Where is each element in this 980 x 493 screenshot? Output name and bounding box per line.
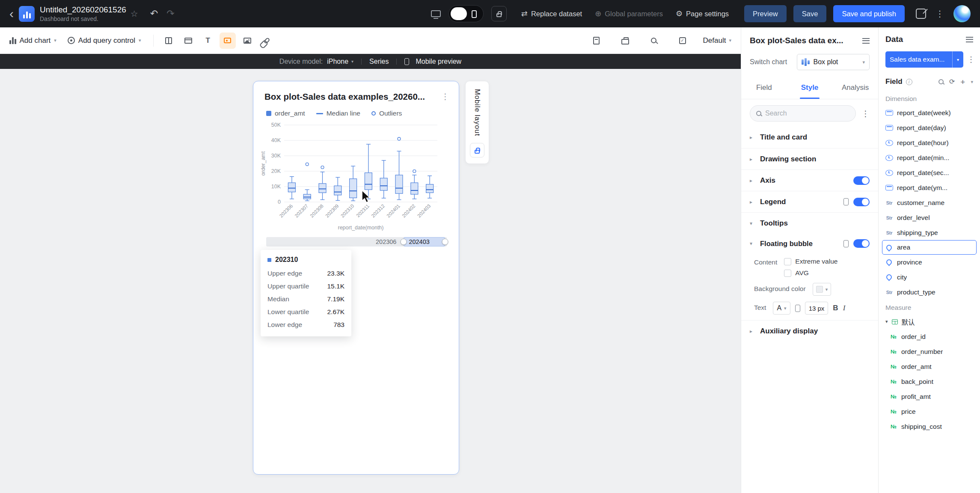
user-avatar[interactable] — [953, 5, 971, 22]
measure-field-item[interactable]: shipping_cost — [879, 419, 980, 434]
dimension-field-item[interactable]: report_date(hour) — [879, 135, 980, 150]
section-axis[interactable]: ▸ Axis — [741, 169, 878, 191]
insert-columns-button[interactable] — [160, 33, 177, 49]
add-query-control-button[interactable]: Add query control ▾ — [68, 36, 141, 45]
measure-field-item[interactable]: order_id — [879, 329, 980, 344]
search-more-icon[interactable]: ⋮ — [861, 109, 870, 119]
chart-card-menu-icon[interactable]: ⋮ — [441, 92, 449, 101]
theme-default-dropdown[interactable]: Default ▾ — [703, 36, 731, 45]
measure-field-item[interactable]: order_number — [879, 344, 980, 359]
dimension-field-item[interactable]: report_date(day) — [879, 120, 980, 135]
section-title-and-card[interactable]: ▸ Title and card — [741, 127, 878, 148]
slider-handle-right[interactable] — [442, 239, 448, 245]
section-drawing[interactable]: ▸ Drawing section — [741, 148, 878, 169]
dimension-field-item[interactable]: product_type — [879, 285, 980, 300]
legend-item[interactable]: Outliers — [371, 110, 402, 117]
dimension-field-item[interactable]: shipping_type — [879, 225, 980, 240]
search-icon[interactable] — [938, 79, 944, 84]
style-search-input[interactable] — [765, 110, 849, 117]
page-settings-button[interactable]: ⚙ Page settings — [676, 9, 729, 18]
favorite-star-icon[interactable]: ☆ — [131, 9, 138, 19]
dimension-field-item[interactable]: order_level — [879, 210, 980, 225]
tooltip-rows: Upper edge 23.3K Upper quartile 15.1K Me… — [267, 267, 344, 331]
legend-item[interactable]: Median line — [316, 110, 360, 117]
panel-menu-icon[interactable] — [966, 37, 973, 42]
insert-media-button[interactable] — [220, 33, 236, 49]
notes-button[interactable] — [588, 33, 605, 49]
explore-button[interactable] — [646, 33, 662, 49]
avg-checkbox[interactable]: AVG — [784, 269, 837, 277]
mobile-layout-tab[interactable]: Mobile layout — [465, 81, 489, 164]
floating-bubble-row[interactable]: ▾ Floating bubble — [741, 234, 878, 253]
chart-type-dropdown[interactable]: Box plot ▾ — [797, 54, 870, 70]
mobile-preview-button[interactable]: Mobile preview — [404, 58, 461, 65]
measure-field-item[interactable]: back_point — [879, 374, 980, 389]
style-search-box[interactable] — [750, 105, 856, 122]
device-series-dropdown[interactable]: Series — [369, 58, 389, 65]
preview-button[interactable]: Preview — [744, 5, 787, 22]
background-color-dropdown[interactable]: ▾ — [813, 283, 832, 296]
add-field-icon[interactable]: + — [960, 78, 965, 86]
redo-icon[interactable]: ↷ — [166, 8, 174, 19]
dataset-more-icon[interactable]: ⋮ — [967, 55, 975, 64]
add-chart-button[interactable]: Add chart ▾ — [9, 36, 56, 45]
insert-text-button[interactable]: T — [200, 33, 216, 49]
font-color-dropdown[interactable]: A ▾ — [773, 302, 790, 315]
data-zoom-slider[interactable]: 202306 202403 — [266, 237, 447, 246]
save-button[interactable]: Save — [793, 5, 827, 22]
replace-dataset-button[interactable]: ⇄ Replace dataset — [521, 9, 582, 18]
dimension-field-item[interactable]: area — [882, 240, 977, 255]
legend-toggle[interactable] — [853, 198, 870, 206]
dimension-field-item[interactable]: customer_name — [879, 195, 980, 210]
more-menu-icon[interactable]: ⋮ — [935, 9, 944, 19]
save-and-publish-button[interactable]: Save and publish — [833, 5, 905, 22]
dataset-selector[interactable]: Sales data exam... ▾ — [885, 51, 963, 68]
dimension-field-item[interactable]: report_date(sec... — [879, 165, 980, 180]
dimension-field-item[interactable]: province — [879, 255, 980, 270]
dataset-dropdown-icon[interactable]: ▾ — [952, 51, 963, 68]
dimension-field-item[interactable]: report_date(min... — [879, 150, 980, 165]
toolbox-button[interactable] — [617, 33, 633, 49]
floating-bubble-toggle[interactable] — [853, 239, 870, 248]
tab-analysis[interactable]: Analysis — [832, 76, 878, 99]
checkbox-icon[interactable] — [784, 270, 791, 277]
measure-folder-row[interactable]: ▾ 默认 — [879, 314, 980, 329]
insert-link-button[interactable] — [259, 33, 275, 49]
section-tooltips[interactable]: ▾ Tooltips — [741, 212, 878, 234]
back-icon[interactable]: ‹ — [9, 7, 14, 20]
insert-image-button[interactable] — [239, 33, 255, 49]
panel-menu-icon[interactable] — [862, 38, 870, 44]
desktop-monitor-icon[interactable] — [431, 10, 441, 17]
todo-button[interactable]: ✓ — [674, 33, 691, 49]
chevron-down-icon[interactable]: ▾ — [971, 79, 973, 85]
lock-badge-button[interactable] — [491, 6, 507, 21]
dimension-field-item[interactable]: report_date(ym... — [879, 180, 980, 195]
desktop-mobile-toggle[interactable] — [448, 5, 484, 22]
global-parameters-button[interactable]: ⊕ Global parameters — [595, 9, 663, 18]
insert-tab-button[interactable] — [180, 33, 196, 49]
font-size-box[interactable]: 13 px — [805, 302, 829, 315]
bold-button[interactable]: B — [833, 304, 838, 312]
dimension-field-item[interactable]: city — [879, 270, 980, 285]
tab-field[interactable]: Field — [741, 76, 787, 99]
measure-field-item[interactable]: profit_amt — [879, 389, 980, 404]
measure-field-item[interactable]: order_amt — [879, 359, 980, 374]
slider-handle-left[interactable] — [400, 239, 407, 245]
section-legend[interactable]: ▸ Legend — [741, 191, 878, 212]
dimension-field-item[interactable]: report_date(week) — [879, 105, 980, 120]
boxplot-chart[interactable]: 010K20K30K40K50Korder_amt202306202307202… — [253, 117, 459, 234]
measure-field-item[interactable]: price — [879, 404, 980, 419]
extreme-value-checkbox[interactable]: Extreme value — [784, 258, 837, 265]
italic-button[interactable]: I — [843, 304, 846, 312]
undo-icon[interactable]: ↶ — [150, 8, 158, 19]
checkbox-icon[interactable] — [784, 258, 791, 265]
share-edit-icon[interactable] — [916, 9, 926, 19]
layout-lock-button[interactable] — [470, 143, 484, 157]
section-auxiliary-display[interactable]: ▸ Auxiliary display — [741, 320, 878, 342]
tab-style[interactable]: Style — [787, 76, 833, 99]
dashboard-canvas[interactable]: Box plot-Sales data examples_20260... ⋮ … — [0, 69, 741, 493]
legend-item[interactable]: order_amt — [266, 110, 305, 117]
device-model-dropdown[interactable]: iPhone ▾ — [327, 58, 353, 65]
axis-toggle[interactable] — [853, 176, 870, 185]
refresh-icon[interactable]: ⟳ — [949, 78, 955, 85]
